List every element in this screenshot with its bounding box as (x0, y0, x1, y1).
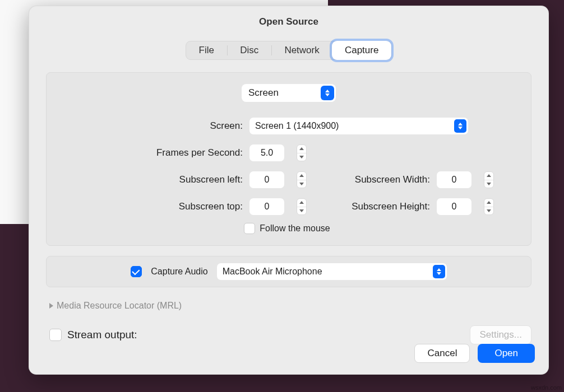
capture-mode-select[interactable]: Screen (242, 84, 336, 102)
capture-audio-panel: Capture Audio MacBook Air Microphone (46, 256, 531, 287)
capture-options-grid: Screen: Screen 1 (1440x900) Frames per S… (60, 118, 517, 234)
subscreen-height-stepper[interactable] (484, 198, 494, 215)
subscreen-top-field[interactable]: 0 (249, 198, 284, 215)
dropdown-caps-icon (433, 265, 445, 278)
source-tabbar: File Disc Network Capture (186, 41, 392, 60)
screen-label: Screen: (60, 120, 245, 132)
tab-capture[interactable]: Capture (332, 41, 391, 60)
open-source-sheet: Open Source File Disc Network Capture Sc… (29, 6, 549, 375)
stream-output-checkbox[interactable] (49, 329, 62, 341)
watermark-text: wsxdn.com (531, 384, 562, 391)
fps-field[interactable]: 5.0 (249, 144, 284, 161)
subscreen-left-label: Subscreen left: (60, 174, 245, 185)
subscreen-width-label: Subscreen Width: (331, 174, 432, 185)
stream-settings-button: Settings... (470, 325, 531, 344)
mrl-label: Media Resource Locator (MRL) (57, 301, 182, 311)
subscreen-width-field[interactable]: 0 (437, 171, 471, 188)
tab-network[interactable]: Network (272, 41, 332, 59)
subscreen-left-field[interactable]: 0 (249, 171, 284, 188)
window-title: Open Source (29, 16, 548, 27)
fps-label: Frames per Second: (60, 147, 245, 158)
stream-output-row: Stream output: Settings... (49, 325, 531, 344)
tab-disc[interactable]: Disc (228, 41, 271, 59)
capture-panel: Screen Screen: Screen 1 (1440x900) Frame… (46, 72, 531, 246)
subscreen-top-label: Subscreen top: (60, 201, 245, 212)
subscreen-left-stepper[interactable] (297, 171, 307, 188)
subscreen-height-label: Subscreen Height: (331, 201, 432, 212)
capture-audio-label: Capture Audio (151, 267, 207, 277)
subscreen-height-field[interactable]: 0 (437, 198, 471, 215)
screen-select[interactable]: Screen 1 (1440x900) (249, 118, 468, 134)
subscreen-top-stepper[interactable] (297, 198, 307, 215)
audio-device-select[interactable]: MacBook Air Microphone (217, 263, 447, 280)
chevron-right-icon (49, 303, 53, 309)
capture-mode-value: Screen (248, 87, 279, 99)
follow-mouse-label: Follow the mouse (260, 223, 330, 234)
dropdown-caps-icon (321, 86, 334, 100)
cancel-button[interactable]: Cancel (414, 344, 470, 363)
capture-audio-checkbox[interactable] (131, 266, 142, 277)
fps-stepper[interactable] (297, 144, 307, 161)
screen-value: Screen 1 (1440x900) (255, 121, 339, 131)
follow-mouse-checkbox[interactable] (244, 223, 255, 234)
tab-file[interactable]: File (186, 41, 227, 59)
mrl-disclosure[interactable]: Media Resource Locator (MRL) (49, 301, 531, 311)
stream-output-label: Stream output: (67, 329, 137, 341)
subscreen-width-stepper[interactable] (484, 171, 494, 188)
dropdown-caps-icon (454, 119, 466, 133)
audio-device-value: MacBook Air Microphone (223, 267, 322, 277)
open-button[interactable]: Open (478, 344, 535, 363)
sheet-footer: Cancel Open (414, 344, 535, 363)
